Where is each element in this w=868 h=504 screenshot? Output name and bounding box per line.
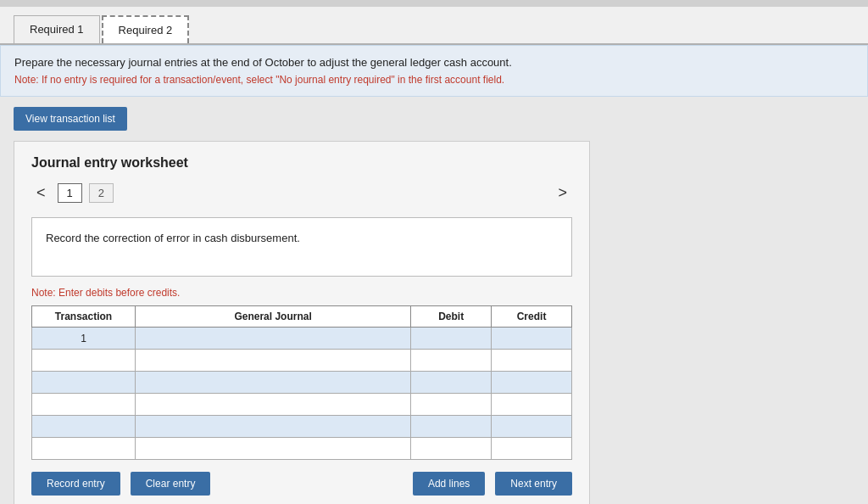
- col-header-transaction: Transaction: [32, 306, 136, 328]
- nav-left-arrow[interactable]: <: [31, 182, 51, 204]
- general-journal-cell[interactable]: [135, 328, 410, 350]
- debit-cell[interactable]: [411, 328, 492, 350]
- credit-input[interactable]: [492, 372, 571, 393]
- debit-input[interactable]: [411, 416, 491, 437]
- credit-cell[interactable]: [492, 328, 572, 350]
- view-transaction-button[interactable]: View transaction list: [14, 107, 127, 131]
- bottom-buttons: Record entry Clear entry Add lines Next …: [31, 472, 572, 499]
- credit-input[interactable]: [492, 416, 571, 437]
- general-journal-input[interactable]: [136, 438, 410, 459]
- nav-page-2[interactable]: 2: [89, 183, 114, 203]
- nav-row: < 1 2 >: [31, 182, 572, 204]
- debit-cell[interactable]: [411, 372, 492, 394]
- general-journal-input[interactable]: [136, 372, 410, 393]
- top-bar: [0, 0, 868, 7]
- instructions-main-text: Prepare the necessary journal entries at…: [14, 56, 512, 69]
- next-entry-button[interactable]: Next entry: [495, 472, 572, 496]
- instructions-box: Prepare the necessary journal entries at…: [0, 45, 868, 97]
- credit-cell[interactable]: [492, 438, 572, 460]
- general-journal-input[interactable]: [136, 328, 410, 349]
- credit-cell[interactable]: [492, 372, 572, 394]
- note-debits: Note: Enter debits before credits.: [31, 287, 572, 299]
- general-journal-cell[interactable]: [135, 416, 410, 438]
- instructions-note-text: Note: If no entry is required for a tran…: [14, 74, 504, 86]
- worksheet-container: Journal entry worksheet < 1 2 > Record t…: [14, 141, 590, 504]
- debit-input[interactable]: [411, 350, 491, 371]
- description-box: Record the correction of error in cash d…: [31, 217, 572, 277]
- credit-input[interactable]: [492, 394, 571, 415]
- col-header-debit: Debit: [411, 306, 492, 328]
- clear-entry-button[interactable]: Clear entry: [131, 472, 211, 496]
- nav-page-1[interactable]: 1: [58, 183, 82, 203]
- credit-cell[interactable]: [492, 394, 572, 416]
- transaction-cell: [32, 372, 136, 394]
- description-text: Record the correction of error in cash d…: [46, 232, 300, 244]
- transaction-cell: 1: [32, 328, 136, 350]
- record-entry-button[interactable]: Record entry: [31, 472, 120, 496]
- col-header-general-journal: General Journal: [135, 306, 410, 328]
- transaction-cell: [32, 350, 136, 372]
- general-journal-cell[interactable]: [135, 372, 410, 394]
- general-journal-cell[interactable]: [135, 394, 410, 416]
- general-journal-input[interactable]: [136, 350, 410, 371]
- add-lines-button[interactable]: Add lines: [413, 472, 485, 496]
- credit-cell[interactable]: [492, 350, 572, 372]
- credit-input[interactable]: [492, 328, 571, 349]
- general-journal-cell[interactable]: [135, 438, 410, 460]
- journal-table: Transaction General Journal Debit Credit…: [31, 305, 572, 460]
- general-journal-cell[interactable]: [135, 350, 410, 372]
- table-row: [32, 438, 572, 460]
- table-row: [32, 416, 572, 438]
- debit-input[interactable]: [411, 394, 491, 415]
- transaction-cell: [32, 438, 136, 460]
- debit-input[interactable]: [411, 438, 491, 459]
- debit-cell[interactable]: [411, 438, 492, 460]
- debit-cell[interactable]: [411, 416, 492, 438]
- tab-required-1[interactable]: Required 1: [14, 15, 100, 43]
- general-journal-input[interactable]: [136, 394, 410, 415]
- credit-input[interactable]: [492, 350, 571, 371]
- tabs-row: Required 1 Required 2: [0, 7, 868, 45]
- debit-cell[interactable]: [411, 350, 492, 372]
- transaction-cell: [32, 416, 136, 438]
- debit-cell[interactable]: [411, 394, 492, 416]
- table-row: [32, 372, 572, 394]
- table-row: [32, 350, 572, 372]
- general-journal-input[interactable]: [136, 416, 410, 437]
- tab-required-2[interactable]: Required 2: [102, 15, 190, 43]
- worksheet-title: Journal entry worksheet: [31, 155, 572, 171]
- transaction-cell: [32, 394, 136, 416]
- credit-input[interactable]: [492, 438, 571, 459]
- debit-input[interactable]: [411, 372, 491, 393]
- debit-input[interactable]: [411, 328, 491, 349]
- table-row: 1: [32, 328, 572, 350]
- table-row: [32, 394, 572, 416]
- credit-cell[interactable]: [492, 416, 572, 438]
- col-header-credit: Credit: [492, 306, 572, 328]
- nav-right-arrow[interactable]: >: [553, 182, 572, 204]
